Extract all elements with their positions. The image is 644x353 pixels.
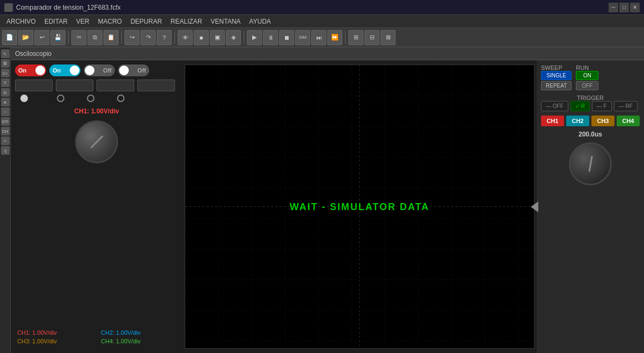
sweep-label: SWEEP <box>541 64 565 71</box>
tb-paste[interactable]: 📋 <box>104 30 119 45</box>
tb-save[interactable]: 💾 <box>50 30 65 45</box>
tb-undo[interactable]: ↩ <box>34 30 49 45</box>
maximize-button[interactable]: □ <box>619 3 629 12</box>
ch4-dropdown[interactable] <box>137 80 175 91</box>
tb-b1[interactable]: ■ <box>194 30 209 45</box>
scope-marker <box>531 201 538 212</box>
tb-b5[interactable]: ⊟ <box>364 30 379 45</box>
ch4-toggle[interactable]: Off <box>118 64 149 76</box>
tb-redo[interactable]: ↪ <box>125 30 140 45</box>
tb-eye[interactable]: 👁 <box>178 30 193 45</box>
tb-redo2[interactable]: ↷ <box>141 30 156 45</box>
tb-fast-fwd[interactable]: ⏩ <box>327 30 342 45</box>
menu-ver[interactable]: VER <box>72 17 94 26</box>
dropdown-row <box>15 80 178 91</box>
sidebar-wave-icon[interactable]: ~ <box>1 107 10 116</box>
trigger-rf-btn[interactable]: — RF <box>614 101 638 111</box>
trigger-buttons: — OFF ✓ R — F — RF <box>541 101 640 111</box>
tb-copy[interactable]: ⧉ <box>87 30 103 45</box>
time-knob[interactable] <box>569 142 612 185</box>
menu-realizar[interactable]: REALIZAR <box>166 17 207 26</box>
tb-sim[interactable]: SIM <box>295 30 310 45</box>
sweep-buttons: SINGLE REPEAT <box>541 71 572 90</box>
window-title: Comparador de tension_12F683.fcfx <box>16 4 609 11</box>
trigger-off-btn[interactable]: — OFF <box>541 101 568 111</box>
ch1-on-label: On <box>18 67 26 74</box>
run-off-btn[interactable]: OFF <box>576 81 598 90</box>
run-section: RUN ON OFF <box>576 64 598 90</box>
run-on-btn[interactable]: ON <box>576 71 598 80</box>
tb-new[interactable]: 📄 <box>2 30 17 45</box>
sidebar-cursor-icon[interactable]: ↖ <box>1 49 10 58</box>
main-area: ↖ B Ex T D A ~ STI CH = -[ Osciloscopio … <box>0 47 644 353</box>
sweep-single-btn[interactable]: SINGLE <box>541 71 572 80</box>
ch4-radio[interactable] <box>117 95 125 102</box>
time-display: 200.0us <box>541 131 640 138</box>
tb-b2[interactable]: ▣ <box>210 30 225 45</box>
trigger-f-btn[interactable]: — F <box>592 101 612 111</box>
tb-skip-fwd[interactable]: ⏭ <box>311 30 326 45</box>
sweep-repeat-btn[interactable]: REPEAT <box>541 81 572 90</box>
sidebar-sti-icon[interactable]: STI <box>1 117 10 126</box>
trigger-section: TRIGGER — OFF ✓ R — F — RF <box>541 95 640 111</box>
tb-cut[interactable]: ✂ <box>71 30 86 45</box>
tb-stop[interactable]: ⏹ <box>279 30 294 45</box>
ch3-toggle[interactable]: Off <box>84 64 115 76</box>
tb-b4[interactable]: ⊞ <box>348 30 363 45</box>
ch3-radio[interactable] <box>87 95 94 102</box>
menu-ayuda[interactable]: AYUDA <box>245 17 275 26</box>
tb-open[interactable]: 📂 <box>18 30 33 45</box>
menu-archivo[interactable]: ARCHIVO <box>2 17 40 26</box>
ch3-button[interactable]: CH3 <box>591 116 614 126</box>
ch1-knob[interactable] <box>75 120 118 163</box>
ch1-dropdown[interactable] <box>15 80 53 91</box>
close-button[interactable]: ✕ <box>630 3 640 12</box>
sidebar-t-icon[interactable]: T <box>1 78 10 87</box>
tb-pause[interactable]: ⏸ <box>263 30 278 45</box>
knob-indicator <box>90 135 104 149</box>
ch2-dropdown[interactable] <box>56 80 93 91</box>
toolbar: 📄 📂 ↩ 💾 ✂ ⧉ 📋 ↪ ↷ ? 👁 ■ ▣ ◈ ▶ ⏸ ⏹ SIM ⏭ … <box>0 28 644 47</box>
separator-1 <box>68 31 69 44</box>
ch1-knob-container <box>15 120 178 163</box>
right-controls: SWEEP SINGLE REPEAT RUN ON OFF <box>537 60 644 353</box>
ch1-radio[interactable] <box>20 95 28 102</box>
sidebar-a-icon[interactable]: A <box>1 98 10 106</box>
ch4-button[interactable]: CH4 <box>617 116 640 126</box>
oscilloscope-content: On On Off Off <box>11 60 644 353</box>
sidebar-d-icon[interactable]: D <box>1 88 10 97</box>
ch2-radio[interactable] <box>57 95 64 102</box>
minimize-button[interactable]: ─ <box>609 3 618 12</box>
sidebar-b-icon[interactable]: B <box>1 59 10 68</box>
tb-b3[interactable]: ◈ <box>226 30 241 45</box>
sweep-section: SWEEP SINGLE REPEAT <box>541 64 572 90</box>
tb-help[interactable]: ? <box>157 30 172 45</box>
sidebar-ch-icon[interactable]: CH <box>1 127 10 135</box>
menu-ventana[interactable]: VENTANA <box>207 17 245 26</box>
trigger-label: TRIGGER <box>541 95 640 101</box>
ch1-toggle[interactable]: On <box>15 64 46 76</box>
sidebar-ex-icon[interactable]: Ex <box>1 69 10 77</box>
menu-depurar[interactable]: DEPURAR <box>126 17 166 26</box>
trigger-r-btn[interactable]: ✓ R <box>570 101 590 111</box>
oscilloscope-title: Osciloscopio <box>15 50 52 57</box>
ch3-info: CH3: 1.00V/div <box>17 338 92 344</box>
ch1-info: CH1: 1.00V/div <box>17 329 92 336</box>
ch1-button[interactable]: CH1 <box>541 116 564 126</box>
menu-editar[interactable]: EDITAR <box>40 17 72 26</box>
scope-display: WAIT - SIMULATOR DATA <box>185 64 535 349</box>
ch2-button[interactable]: CH2 <box>566 116 589 126</box>
channel-buttons: CH1 CH2 CH3 CH4 <box>541 116 640 126</box>
scope-area: WAIT - SIMULATOR DATA <box>182 60 537 353</box>
left-controls: On On Off Off <box>11 60 182 353</box>
sidebar-eq-icon[interactable]: = <box>1 136 10 145</box>
left-sidebar: ↖ B Ex T D A ~ STI CH = -[ <box>0 47 11 353</box>
ch3-dropdown[interactable] <box>97 80 134 91</box>
ch3-off-label: Off <box>103 67 112 74</box>
ch2-info: CH2: 1.00V/div <box>101 329 176 336</box>
tb-b6[interactable]: ⊠ <box>380 30 396 45</box>
sidebar-bracket-icon[interactable]: -[ <box>1 146 10 155</box>
menu-macro[interactable]: MACRO <box>94 17 127 26</box>
tb-play[interactable]: ▶ <box>247 30 262 45</box>
ch2-toggle[interactable]: On <box>49 64 80 76</box>
